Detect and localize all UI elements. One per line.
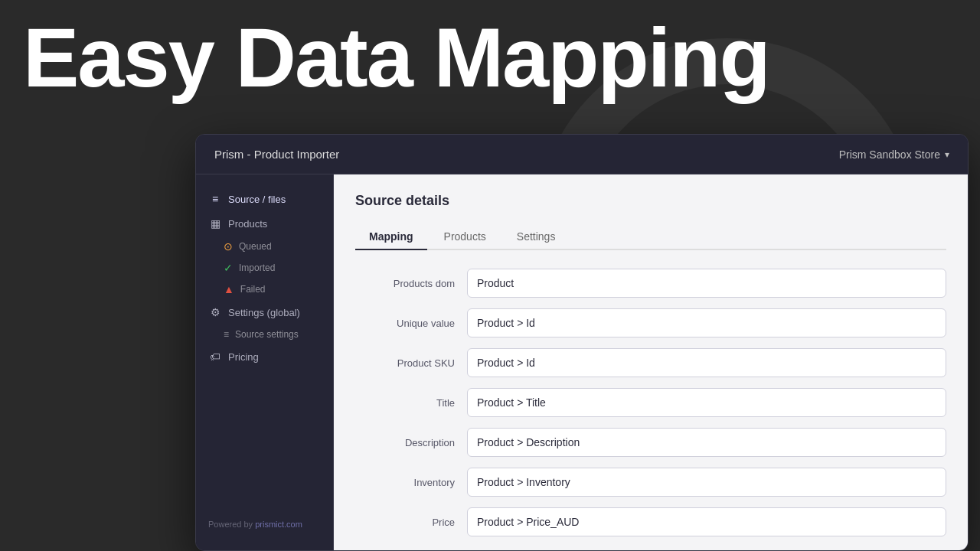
sidebar-pricing-label: Pricing (228, 351, 259, 363)
powered-by-link[interactable]: prismict.com (255, 520, 302, 529)
form-row-description: Description (355, 428, 946, 457)
input-inventory[interactable] (467, 468, 946, 497)
sidebar-sub-item-failed[interactable]: ▲ Failed (196, 279, 333, 300)
pricing-icon: 🏷 (208, 350, 222, 363)
app-body: ≡ Source / files ▦ Products ⊙ Queued ✓ I… (196, 174, 968, 550)
imported-icon: ✓ (224, 262, 233, 274)
sidebar-sub-queued-label: Queued (239, 241, 272, 252)
tab-settings[interactable]: Settings (503, 224, 570, 250)
sidebar-sub-item-source-settings[interactable]: ≡ Source settings (196, 324, 333, 344)
products-icon: ▦ (208, 217, 222, 230)
input-description[interactable] (467, 428, 946, 457)
tab-products[interactable]: Products (430, 224, 500, 250)
mapping-form: Products dom Unique value Product SKU Ti… (355, 269, 946, 550)
label-unique-value: Unique value (355, 318, 455, 329)
sidebar-item-products[interactable]: ▦ Products (196, 211, 333, 236)
form-row-title: Title (355, 388, 946, 417)
label-inventory: Inventory (355, 477, 455, 488)
form-row-price: Price (355, 507, 946, 536)
section-title: Source details (355, 193, 946, 209)
settings-icon: ⚙ (208, 306, 222, 318)
sidebar-item-products-label: Products (228, 218, 267, 230)
store-selector[interactable]: Prism Sandbox Store (839, 148, 949, 161)
background-title: Easy Data Mapping (23, 15, 769, 99)
input-price[interactable] (467, 507, 946, 536)
sidebar-source-settings-label: Source settings (235, 329, 299, 340)
tabs-container: Mapping Products Settings (355, 224, 946, 250)
sidebar-settings-label: Settings (global) (228, 307, 300, 318)
sidebar-footer: Powered by prismict.com (196, 510, 333, 538)
input-products-dom[interactable] (467, 269, 946, 298)
main-content: Source details Mapping Products Settings… (334, 174, 968, 550)
sidebar-sub-item-queued[interactable]: ⊙ Queued (196, 236, 333, 257)
sidebar-sub-item-imported[interactable]: ✓ Imported (196, 257, 333, 279)
label-title: Title (355, 397, 455, 409)
input-unique-value[interactable] (467, 308, 946, 337)
input-product-sku[interactable] (467, 348, 946, 377)
sidebar: ≡ Source / files ▦ Products ⊙ Queued ✓ I… (196, 174, 334, 550)
form-row-inventory: Inventory (355, 468, 946, 497)
source-files-icon: ≡ (208, 193, 222, 205)
form-row-product-sku: Product SKU (355, 348, 946, 377)
tab-mapping[interactable]: Mapping (355, 224, 427, 250)
app-title: Prism - Product Importer (214, 148, 339, 161)
label-product-sku: Product SKU (355, 357, 455, 369)
powered-by-text: Powered by (208, 520, 255, 529)
sidebar-sub-imported-label: Imported (239, 262, 275, 273)
app-window: Prism - Product Importer Prism Sandbox S… (195, 134, 969, 551)
label-products-dom: Products dom (355, 278, 455, 289)
sidebar-item-settings-global[interactable]: ⚙ Settings (global) (196, 300, 333, 324)
source-settings-icon: ≡ (224, 329, 229, 340)
failed-icon: ▲ (224, 283, 234, 295)
sidebar-item-pricing[interactable]: 🏷 Pricing (196, 344, 333, 369)
form-row-unique-value: Unique value (355, 308, 946, 337)
sidebar-sub-failed-label: Failed (240, 284, 266, 295)
label-description: Description (355, 437, 455, 448)
sidebar-item-source-files[interactable]: ≡ Source / files (196, 187, 333, 211)
queued-icon: ⊙ (224, 240, 233, 253)
form-row-products-dom: Products dom (355, 269, 946, 298)
sidebar-item-source-label: Source / files (228, 194, 286, 205)
top-bar: Prism - Product Importer Prism Sandbox S… (196, 135, 968, 174)
input-title[interactable] (467, 388, 946, 417)
label-price: Price (355, 517, 455, 528)
